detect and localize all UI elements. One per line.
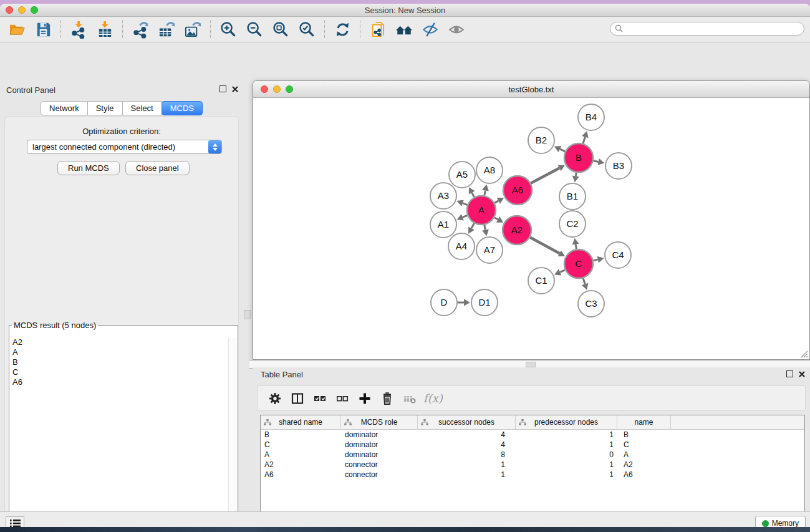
column-header-predecessor-nodes[interactable]: predecessor nodes — [516, 415, 617, 429]
graph-edge-C-C1[interactable] — [560, 270, 565, 273]
zoom-in-icon[interactable] — [216, 19, 240, 40]
add-column-icon[interactable] — [354, 388, 376, 409]
graph-edge-B-B2[interactable] — [560, 149, 565, 152]
mcds-result-item[interactable]: B — [10, 357, 229, 367]
new-network-from-selection-icon[interactable] — [366, 19, 390, 40]
mcds-result-item[interactable]: C — [10, 367, 229, 377]
table-row-A[interactable]: Adominator80A — [261, 450, 804, 460]
hide-selection-icon[interactable] — [418, 19, 442, 40]
graph-node-A4[interactable]: A4 — [448, 233, 475, 259]
export-image-icon[interactable] — [181, 19, 205, 40]
function-builder-icon[interactable]: f(x) — [423, 392, 443, 405]
show-columns-icon[interactable] — [286, 388, 309, 409]
graph-edge-B-B1[interactable] — [576, 173, 576, 177]
graph-node-C[interactable]: C — [564, 249, 593, 278]
table-row-A2[interactable]: A2connector11A2 — [261, 460, 804, 470]
column-header-successor-nodes[interactable]: successor nodes — [418, 415, 516, 429]
graph-node-B2[interactable]: B2 — [528, 127, 554, 153]
delete-columns-icon[interactable] — [376, 388, 398, 409]
graph-node-C4[interactable]: C4 — [605, 242, 631, 268]
memory-button[interactable]: Memory — [755, 516, 806, 527]
float-panel-icon[interactable] — [219, 85, 226, 92]
graph-node-D[interactable]: D — [431, 289, 457, 316]
graph-edge-A-A8[interactable] — [485, 190, 486, 195]
graph-node-B4[interactable]: B4 — [578, 104, 604, 130]
graph-edge-A-A2[interactable] — [494, 218, 498, 220]
tab-style[interactable]: Style — [87, 101, 123, 115]
graph-edge-A-A7[interactable] — [485, 225, 486, 230]
table-row-A6[interactable]: A6connector11A6 — [261, 470, 804, 480]
open-session-icon[interactable] — [5, 19, 29, 40]
import-network-icon[interactable] — [67, 19, 90, 40]
zoom-out-icon[interactable] — [243, 19, 266, 40]
run-mcds-button[interactable]: Run MCDS — [57, 161, 120, 175]
network-window-titlebar[interactable]: testGlobe.txt — [253, 81, 809, 98]
result-scrollbar[interactable] — [228, 337, 237, 527]
export-table-icon[interactable] — [155, 19, 178, 40]
delete-table-icon[interactable] — [398, 388, 421, 409]
graph-edge-C-C4[interactable] — [593, 259, 597, 261]
float-panel-icon[interactable] — [786, 370, 793, 377]
graph-edge-A-A6[interactable] — [494, 201, 498, 203]
graph-node-A8[interactable]: A8 — [476, 157, 503, 183]
import-table-icon[interactable] — [93, 19, 117, 40]
divider-grip[interactable] — [526, 362, 536, 367]
table-row-C[interactable]: Cdominator41C — [261, 440, 804, 450]
network-graph[interactable]: B4B2BB3A8A5A6A3B1AA1C2A2A4A7C4CC1C3DD1 — [254, 98, 809, 359]
graph-node-D1[interactable]: D1 — [471, 289, 498, 316]
graph-edge-B-B3[interactable] — [594, 161, 599, 162]
graph-node-A6[interactable]: A6 — [503, 176, 532, 205]
refresh-view-icon[interactable] — [330, 19, 354, 40]
unselect-all-columns-icon[interactable] — [331, 388, 354, 409]
graph-edge-C-C3[interactable] — [583, 278, 585, 284]
graph-node-A7[interactable]: A7 — [476, 237, 503, 263]
optimization-criterion-select[interactable]: largest connected component (directed) — [27, 140, 222, 154]
network-canvas[interactable]: B4B2BB3A8A5A6A3B1AA1C2A2A4A7C4CC1C3DD1 — [254, 98, 809, 359]
window-resize-grip[interactable] — [799, 349, 808, 358]
divider-grip[interactable] — [244, 310, 251, 319]
export-network-icon[interactable] — [128, 19, 152, 40]
graph-node-C1[interactable]: C1 — [528, 268, 554, 294]
zoom-fit-icon[interactable] — [269, 19, 292, 40]
graph-node-C2[interactable]: C2 — [559, 211, 586, 237]
select-all-columns-icon[interactable] — [309, 388, 331, 409]
zoom-selected-icon[interactable] — [295, 19, 319, 40]
table-row-B[interactable]: Bdominator41B — [261, 430, 804, 440]
column-header-name[interactable]: name — [617, 415, 671, 429]
graph-edge-A-A4[interactable] — [471, 223, 474, 228]
close-panel-icon[interactable] — [232, 86, 238, 92]
graph-edge-B-B4[interactable] — [583, 137, 585, 144]
graph-edge-A-A3[interactable] — [463, 203, 468, 205]
vertical-split-divider[interactable] — [243, 80, 253, 527]
graph-edge-A-A1[interactable] — [463, 215, 468, 217]
mcds-result-item[interactable]: A — [10, 347, 229, 357]
graph-edge-A2-C[interactable] — [530, 237, 559, 253]
search-input[interactable] — [610, 22, 804, 36]
close-panel-icon[interactable] — [799, 371, 805, 377]
tab-network[interactable]: Network — [41, 101, 88, 115]
mcds-result-item[interactable]: A2 — [10, 337, 229, 347]
column-header-MCDS-role[interactable]: MCDS role — [341, 415, 418, 429]
graph-node-B3[interactable]: B3 — [605, 153, 632, 179]
mcds-result-item[interactable]: A6 — [10, 377, 229, 387]
graph-edge-A-A5[interactable] — [472, 193, 475, 197]
graph-node-A2[interactable]: A2 — [503, 216, 531, 244]
graph-node-B[interactable]: B — [564, 143, 593, 172]
graph-node-A5[interactable]: A5 — [449, 162, 475, 188]
show-all-icon[interactable] — [445, 19, 468, 40]
graph-node-A1[interactable]: A1 — [430, 211, 456, 238]
save-session-icon[interactable] — [31, 19, 55, 40]
tab-select[interactable]: Select — [122, 101, 162, 115]
table-options-icon[interactable] — [264, 388, 286, 409]
tab-mcds[interactable]: MCDS — [162, 101, 203, 115]
graph-edge-C-C2[interactable] — [576, 244, 576, 249]
graph-node-C3[interactable]: C3 — [578, 291, 604, 317]
task-history-button[interactable] — [6, 516, 24, 527]
graph-node-A3[interactable]: A3 — [430, 183, 456, 209]
graph-edge-A6-B[interactable] — [531, 168, 559, 183]
graph-node-A[interactable]: A — [467, 196, 496, 225]
close-panel-button[interactable]: Close panel — [125, 161, 190, 175]
home-icon[interactable] — [392, 19, 416, 40]
column-header-shared-name[interactable]: shared name — [261, 415, 341, 429]
graph-node-B1[interactable]: B1 — [559, 183, 586, 210]
